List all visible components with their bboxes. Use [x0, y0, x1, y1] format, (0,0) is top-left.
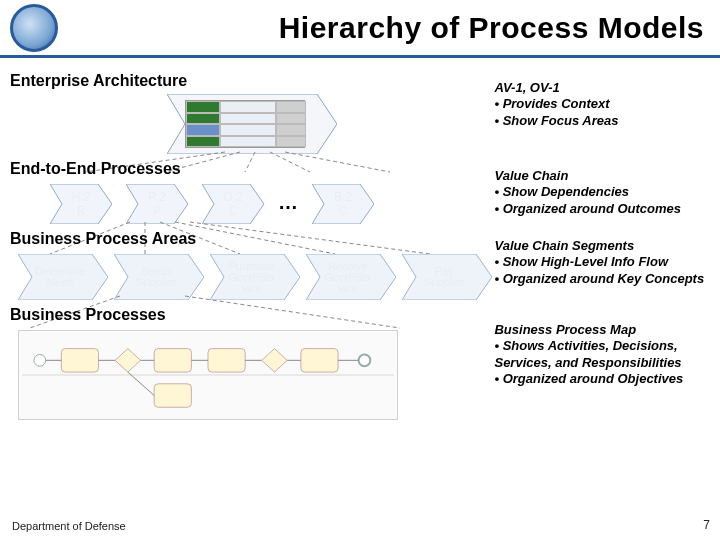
- e2e-chevron-label: B 2C: [334, 190, 352, 218]
- bpa-bullet: Organized around Key Concepts: [494, 271, 710, 287]
- bpa-chevron: PaySupplier: [402, 254, 492, 300]
- bpa-chevron: PurchaseGood/Service: [210, 254, 300, 300]
- svg-point-23: [34, 354, 46, 366]
- section-label-e2e: End-to-End Processes: [10, 160, 494, 178]
- row-ea: Enterprise Architecture: [10, 66, 710, 154]
- bpa-chevron-label: ReceiveGood/Service: [306, 254, 390, 300]
- slide-body: Enterprise Architecture: [0, 58, 720, 420]
- bpa-chevron: ReceiveGood/Service: [306, 254, 396, 300]
- section-label-bpa: Business Process Areas: [10, 230, 494, 248]
- bp-bullet: Organized around Objectives: [494, 371, 710, 387]
- bp-description: Business Process Map Shows Activities, D…: [494, 300, 710, 387]
- e2e-bullet: Show Dependencies: [494, 184, 710, 200]
- bpa-chevron-label: DetermineNeed: [18, 254, 102, 300]
- bpa-desc-title: Value Chain Segments: [494, 238, 710, 254]
- svg-rect-28: [208, 349, 245, 372]
- ellipsis: …: [278, 191, 298, 218]
- footer-org: Department of Defense: [12, 520, 126, 532]
- page-title: Hierarchy of Process Models: [279, 11, 704, 45]
- svg-point-31: [359, 354, 371, 366]
- ea-thumbnail: [167, 94, 337, 154]
- bp-desc-title: Business Process Map: [494, 322, 710, 338]
- svg-rect-26: [154, 349, 191, 372]
- bpa-chevron-label: PurchaseGood/Service: [210, 254, 294, 300]
- bpa-chevron: SelectSupplier: [114, 254, 204, 300]
- e2e-chevron-label: P 2P: [148, 190, 166, 218]
- e2e-desc-title: Value Chain: [494, 168, 710, 184]
- page-number: 7: [703, 518, 710, 532]
- row-bp: Business Processes: [10, 300, 710, 420]
- bpa-left: Business Process Areas DetermineNeed Sel…: [10, 224, 494, 300]
- bpa-chevron: DetermineNeed: [18, 254, 108, 300]
- bpmn-thumbnail: [18, 330, 398, 420]
- svg-rect-24: [61, 349, 98, 372]
- row-bpa: Business Process Areas DetermineNeed Sel…: [10, 224, 710, 300]
- e2e-chevrons: H 2R P 2P O 2C … B 2C: [50, 184, 494, 224]
- ea-desc-title: AV-1, OV-1: [494, 80, 710, 96]
- e2e-description: Value Chain Show Dependencies Organized …: [494, 154, 710, 217]
- e2e-chevron-label: O 2C: [223, 190, 242, 218]
- e2e-chevron: B 2C: [312, 184, 374, 224]
- bp-bullet: Shows Activities, Decisions, Services, a…: [494, 338, 710, 371]
- svg-rect-30: [301, 349, 338, 372]
- bp-left: Business Processes: [10, 300, 494, 420]
- svg-marker-25: [115, 349, 140, 372]
- svg-marker-29: [262, 349, 287, 372]
- ea-table-placeholder: [185, 100, 305, 148]
- e2e-chevron: H 2R: [50, 184, 112, 224]
- bpa-chevron-label: SelectSupplier: [114, 254, 198, 300]
- e2e-bullet: Organized around Outcomes: [494, 201, 710, 217]
- ea-left: Enterprise Architecture: [10, 66, 494, 154]
- ea-bullet: Provides Context: [494, 96, 710, 112]
- e2e-chevron-label: H 2R: [72, 190, 91, 218]
- row-e2e: End-to-End Processes H 2R P 2P O 2C …: [10, 154, 710, 224]
- section-label-ea: Enterprise Architecture: [10, 72, 494, 90]
- e2e-left: End-to-End Processes H 2R P 2P O 2C …: [10, 154, 494, 224]
- bpa-description: Value Chain Segments Show High-Level Inf…: [494, 224, 710, 287]
- bpa-bullet: Show High-Level Info Flow: [494, 254, 710, 270]
- dod-seal-icon: [10, 4, 58, 52]
- e2e-chevron: O 2C: [202, 184, 264, 224]
- svg-rect-27: [154, 384, 191, 407]
- svg-line-35: [128, 372, 154, 395]
- section-label-bp: Business Processes: [10, 306, 494, 324]
- e2e-chevron: P 2P: [126, 184, 188, 224]
- bpa-chevron-label: PaySupplier: [402, 254, 486, 300]
- ea-description: AV-1, OV-1 Provides Context Show Focus A…: [494, 66, 710, 129]
- ea-bullet: Show Focus Areas: [494, 113, 710, 129]
- header: Hierarchy of Process Models: [0, 0, 720, 58]
- bpa-chevrons: DetermineNeed SelectSupplier PurchaseGoo…: [18, 254, 494, 300]
